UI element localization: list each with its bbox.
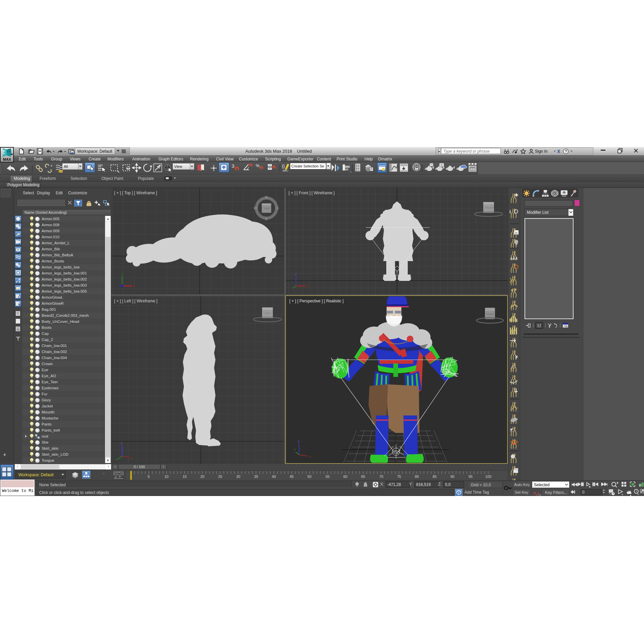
svg-text:N: N [265, 195, 268, 199]
svg-text:80: 80 [415, 475, 419, 479]
svg-text:Z: Z [295, 273, 297, 276]
svg-text:50: 50 [307, 475, 311, 479]
svg-text:i: i [509, 209, 511, 214]
svg-text:FRONT: FRONT [485, 206, 494, 209]
svg-text:95: 95 [468, 475, 473, 479]
svg-text:{}: {} [282, 163, 285, 168]
svg-text:Y: Y [292, 287, 294, 289]
svg-text:Z: Z [121, 442, 123, 445]
svg-text:E: E [277, 206, 279, 210]
svg-text:X: X [131, 456, 133, 460]
svg-text:5: 5 [148, 475, 150, 479]
svg-text:ABC: ABC [283, 169, 288, 172]
svg-text:X: X [557, 149, 560, 154]
svg-text:45: 45 [290, 475, 294, 479]
svg-text:✦: ✦ [50, 164, 53, 167]
svg-text:X: X [309, 455, 311, 459]
svg-text:FRONT: FRONT [486, 313, 495, 315]
svg-text:TOP: TOP [264, 207, 269, 210]
svg-text:X: X [133, 285, 135, 288]
svg-text:%: % [256, 163, 260, 168]
svg-text:40: 40 [272, 475, 276, 479]
svg-text:75: 75 [397, 475, 401, 479]
svg-text:90: 90 [450, 475, 454, 479]
svg-text:X: X [307, 285, 309, 288]
svg-text:W: W [254, 206, 257, 210]
svg-text:Z: Z [298, 440, 300, 443]
svg-text:Sign In: Sign In [535, 149, 547, 154]
svg-text:85: 85 [433, 475, 437, 479]
svg-text:3: 3 [232, 163, 234, 169]
svg-text:?: ? [565, 149, 567, 153]
svg-text:Y: Y [116, 458, 118, 460]
svg-text:15: 15 [183, 475, 187, 479]
svg-text:35: 35 [254, 475, 258, 479]
svg-text:10: 10 [164, 475, 168, 479]
svg-text:Y: Y [294, 448, 296, 451]
svg-text:60: 60 [343, 475, 347, 479]
svg-text:30: 30 [236, 475, 240, 479]
svg-text:S: S [265, 217, 267, 221]
svg-text:65: 65 [361, 475, 365, 479]
svg-text:25: 25 [218, 475, 222, 479]
svg-text:0: 0 [582, 490, 585, 495]
svg-text:Y: Y [121, 273, 123, 276]
svg-text:20: 20 [200, 475, 204, 479]
svg-text:70: 70 [379, 475, 383, 479]
svg-text:100: 100 [485, 475, 491, 479]
svg-text:55: 55 [326, 475, 330, 479]
svg-text:LEFT: LEFT [264, 312, 271, 315]
